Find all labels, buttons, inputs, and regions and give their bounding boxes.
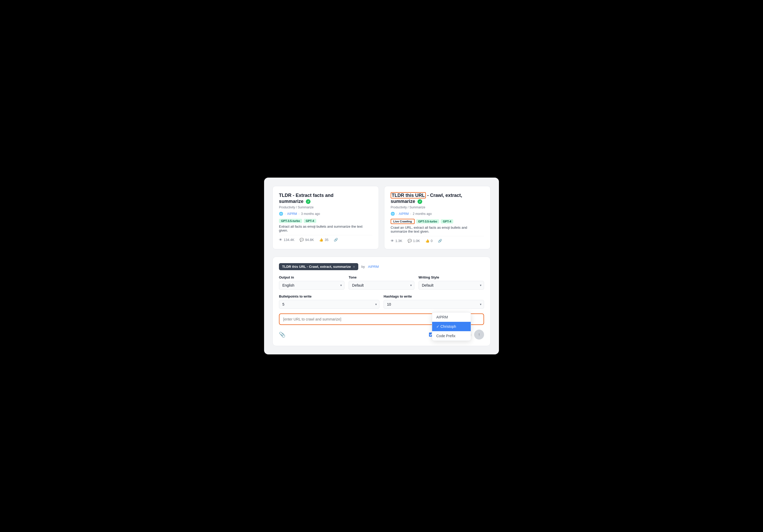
card-right-author[interactable]: AIPRM bbox=[399, 212, 409, 216]
by-label: by bbox=[362, 265, 365, 269]
output-in-select[interactable]: English Spanish French German bbox=[279, 281, 344, 290]
stat-views-left: 👁 134.4K bbox=[279, 238, 294, 242]
hashtags-select-wrapper: 5 10 15 20 ▾ bbox=[383, 300, 484, 309]
stat-comments-left: 💬 94.8K bbox=[299, 238, 314, 242]
send-button[interactable]: ↑ bbox=[474, 330, 484, 339]
card-left-title: TLDR - Extract facts and summarize ✓ bbox=[279, 193, 373, 205]
link-icon-right: 🔗 bbox=[438, 239, 442, 243]
card-right-desc-inline: Crawl an URL, extract all facts as emoji… bbox=[390, 225, 484, 233]
card-right-stats: 👁 1.3K 💬 1.0K 👍 0 🔗 bbox=[390, 236, 484, 243]
tag-gpt35-left[interactable]: GPT-3.5-turbo bbox=[279, 219, 302, 223]
prompt-title-badge: TLDR this URL - Crawl, extract, summariz… bbox=[279, 263, 358, 270]
tag-gpt4-left[interactable]: GPT-4 bbox=[304, 219, 316, 223]
card-left-desc-inline: Extract all facts as emoji bullets and s… bbox=[279, 224, 373, 232]
close-button[interactable]: × bbox=[353, 265, 355, 269]
card-right-time: 2 months ago bbox=[413, 212, 432, 216]
tag-gpt35-right[interactable]: GPT-3.5-turbo bbox=[416, 219, 439, 223]
hashtags-label: Hashtags to write bbox=[383, 295, 484, 298]
main-container: TLDR - Extract facts and summarize ✓ Pro… bbox=[264, 178, 499, 355]
hashtags-group: Hashtags to write 5 10 15 20 ▾ bbox=[383, 295, 484, 309]
card-right-title: TLDR this URL - Crawl, extract, summariz… bbox=[390, 193, 484, 205]
like-icon-left: 👍 bbox=[319, 238, 323, 242]
comment-icon-left: 💬 bbox=[299, 238, 304, 242]
stat-link-right[interactable]: 🔗 bbox=[438, 239, 442, 243]
card-left: TLDR - Extract facts and summarize ✓ Pro… bbox=[272, 186, 379, 250]
verified-icon-right: ✓ bbox=[417, 199, 422, 204]
writing-style-label: Writing Style bbox=[419, 275, 484, 279]
like-icon-right: 👍 bbox=[425, 239, 429, 243]
globe-icon-right: 🌐 bbox=[390, 212, 395, 216]
verified-icon-left: ✓ bbox=[306, 199, 310, 204]
card-right-meta: 🌐 · AIPRM · 2 months ago bbox=[390, 212, 484, 216]
bottom-bar: 📎 Include My Profile Info: AIPRM ✓ Chris… bbox=[279, 330, 484, 339]
tag-live-crawling[interactable]: Live Crawling bbox=[390, 219, 415, 224]
card-right-title-highlight: TLDR this URL bbox=[390, 192, 426, 199]
form-row-1: Output in English Spanish French German … bbox=[279, 275, 484, 290]
prompt-title-text: TLDR this URL - Crawl, extract, summariz… bbox=[282, 265, 351, 269]
globe-icon-left: 🌐 bbox=[279, 212, 283, 216]
output-in-group: Output in English Spanish French German … bbox=[279, 275, 344, 290]
card-left-category: Productivity / Summarize bbox=[279, 206, 373, 209]
cards-row: TLDR - Extract facts and summarize ✓ Pro… bbox=[272, 186, 490, 250]
stat-likes-left: 👍 35 bbox=[319, 238, 328, 242]
stat-likes-right: 👍 0 bbox=[425, 239, 433, 243]
writing-style-select[interactable]: Default Academic Creative bbox=[419, 281, 484, 290]
prompt-box: TLDR this URL - Crawl, extract, summariz… bbox=[272, 257, 490, 346]
stat-views-right: 👁 1.3K bbox=[390, 239, 402, 243]
link-icon-left: 🔗 bbox=[334, 238, 338, 242]
card-left-tags: GPT-3.5-turbo GPT-4 Extract all facts as… bbox=[279, 219, 373, 232]
dropdown-item-aiprm[interactable]: AIPRM bbox=[432, 312, 471, 322]
aiprm-author-link[interactable]: AIPRM bbox=[368, 265, 379, 269]
profile-dropdown: AIPRM ✓ Christoph Code Prefix bbox=[432, 312, 471, 341]
eye-icon-right: 👁 bbox=[390, 239, 394, 243]
dropdown-item-code-prefix[interactable]: Code Prefix bbox=[432, 331, 471, 341]
dropdown-item-christoph[interactable]: ✓ Christoph bbox=[432, 322, 471, 331]
bulletpoints-group: Bulletpoints to write 3 5 7 10 ▾ bbox=[279, 295, 380, 309]
output-in-select-wrapper: English Spanish French German ▾ bbox=[279, 281, 344, 290]
card-right-tags: Live Crawling GPT-3.5-turbo GPT-4 Crawl … bbox=[390, 219, 484, 233]
tone-label: Tone bbox=[349, 275, 414, 279]
card-right-category: Productivity / Summarize bbox=[390, 206, 484, 209]
card-left-author[interactable]: AIPRM bbox=[287, 212, 297, 216]
card-left-time: 3 months ago bbox=[301, 212, 320, 216]
writing-style-select-wrapper: Default Academic Creative ▾ bbox=[419, 281, 484, 290]
tone-select[interactable]: Default Formal Informal bbox=[349, 281, 414, 290]
tone-group: Tone Default Formal Informal ▾ bbox=[349, 275, 414, 290]
hashtags-select[interactable]: 5 10 15 20 bbox=[383, 300, 484, 309]
bottom-right: Include My Profile Info: AIPRM ✓ Christo… bbox=[429, 330, 484, 339]
bulletpoints-select-wrapper: 3 5 7 10 ▾ bbox=[279, 300, 380, 309]
stat-comments-right: 💬 1.0K bbox=[408, 239, 420, 243]
prompt-header: TLDR this URL - Crawl, extract, summariz… bbox=[279, 263, 484, 270]
attach-icon[interactable]: 📎 bbox=[279, 331, 285, 338]
bulletpoints-select[interactable]: 3 5 7 10 bbox=[279, 300, 380, 309]
comment-icon-right: 💬 bbox=[408, 239, 412, 243]
card-right: TLDR this URL - Crawl, extract, summariz… bbox=[384, 186, 490, 250]
tag-gpt4-right[interactable]: GPT-4 bbox=[441, 219, 453, 223]
stat-link-left[interactable]: 🔗 bbox=[334, 238, 338, 242]
form-row-2: Bulletpoints to write 3 5 7 10 ▾ Hashtag… bbox=[279, 295, 484, 309]
output-in-label: Output in bbox=[279, 275, 344, 279]
tone-select-wrapper: Default Formal Informal ▾ bbox=[349, 281, 414, 290]
writing-style-group: Writing Style Default Academic Creative … bbox=[419, 275, 484, 290]
card-left-stats: 👁 134.4K 💬 94.8K 👍 35 🔗 bbox=[279, 235, 373, 242]
bulletpoints-label: Bulletpoints to write bbox=[279, 295, 380, 298]
card-left-meta: 🌐 · AIPRM · 3 months ago bbox=[279, 212, 373, 216]
eye-icon-left: 👁 bbox=[279, 238, 282, 242]
